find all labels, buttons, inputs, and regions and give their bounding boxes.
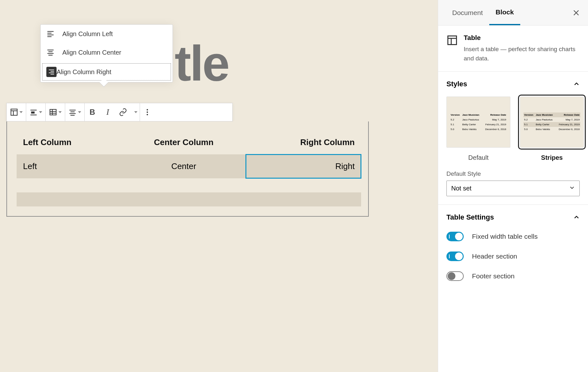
- section-title: Styles: [446, 80, 467, 88]
- caret-down-icon: [19, 111, 23, 113]
- svg-rect-22: [69, 110, 76, 110]
- style-preview-default: Version Jazz Musician Release Date 5.2Ja…: [446, 97, 510, 148]
- toggle-label: Footer section: [472, 272, 514, 280]
- svg-rect-16: [31, 112, 35, 114]
- table-row[interactable]: Left Center Right: [17, 154, 361, 178]
- toggle-fixed-width[interactable]: Fixed width table cells: [446, 232, 580, 241]
- toggle-switch[interactable]: [446, 232, 464, 241]
- tab-document[interactable]: Document: [446, 0, 489, 25]
- toggle-header-section[interactable]: Header section: [446, 252, 580, 261]
- svg-rect-25: [71, 115, 75, 116]
- align-column-left-option[interactable]: Align Column Left: [41, 25, 173, 43]
- align-column-center-option[interactable]: Align Column Center: [41, 43, 173, 62]
- block-description-section: Table Insert a table — perfect for shari…: [438, 26, 588, 72]
- more-options-button[interactable]: [140, 103, 155, 121]
- svg-rect-24: [69, 113, 76, 114]
- editor-canvas: title Align Column Left Align Column Cen…: [0, 0, 375, 372]
- block-description: Insert a table — perfect for sharing cha…: [464, 45, 580, 63]
- table-cell[interactable]: [246, 178, 361, 192]
- svg-rect-8: [49, 70, 54, 70]
- tab-block[interactable]: Block: [489, 0, 520, 25]
- table-row[interactable]: [17, 178, 361, 192]
- svg-rect-1: [47, 33, 51, 34]
- toggle-switch[interactable]: [446, 271, 464, 281]
- table-cell[interactable]: [17, 178, 122, 192]
- dropdown-item-label: Align Column Right: [57, 68, 111, 76]
- italic-button[interactable]: I: [100, 103, 115, 121]
- style-option-stripes[interactable]: Version Jazz Musician Release Date 5.2Ja…: [520, 97, 584, 161]
- caret-down-icon: [39, 111, 42, 113]
- styles-section-toggle[interactable]: Styles: [446, 80, 580, 88]
- svg-rect-2: [47, 35, 54, 35]
- style-preview-stripes: Version Jazz Musician Release Date 5.2Ja…: [520, 97, 584, 148]
- table-cell[interactable]: Right: [246, 154, 361, 178]
- default-style-label: Default Style: [446, 170, 580, 177]
- table-container: Left Column Center Column Right Column L…: [6, 121, 369, 217]
- svg-rect-23: [71, 112, 75, 112]
- table-block-icon: [446, 35, 458, 46]
- table-row[interactable]: [17, 192, 361, 206]
- chevron-up-icon: [573, 214, 580, 221]
- svg-rect-18: [50, 109, 56, 115]
- style-label: Default: [468, 154, 488, 161]
- table-cell[interactable]: Center: [122, 154, 246, 178]
- settings-sidebar: Document Block Table Insert a table — pe…: [438, 0, 588, 372]
- block-title: Table: [464, 34, 580, 42]
- style-option-default[interactable]: Version Jazz Musician Release Date 5.2Ja…: [446, 97, 510, 161]
- sidebar-tabs: Document Block: [438, 0, 588, 26]
- column-align-dropdown: Align Column Left Align Column Center Al…: [40, 24, 173, 82]
- svg-rect-31: [448, 36, 457, 45]
- table-cell[interactable]: [122, 192, 246, 206]
- block-toolbar: B I: [6, 103, 233, 121]
- svg-rect-15: [30, 110, 37, 110]
- svg-rect-4: [47, 50, 54, 50]
- block-type-button[interactable]: [7, 103, 26, 121]
- demo-table[interactable]: Left Column Center Column Right Column L…: [17, 130, 361, 206]
- styles-section: Styles Version Jazz Musician Release Dat…: [438, 72, 588, 205]
- svg-point-28: [147, 114, 148, 115]
- table-header-cell[interactable]: Left Column: [17, 130, 122, 154]
- toggle-label: Fixed width table cells: [472, 233, 538, 240]
- column-alignment-button[interactable]: [65, 103, 84, 121]
- chevron-down-icon: [569, 185, 575, 192]
- default-style-select[interactable]: Not set: [446, 181, 580, 196]
- caret-down-icon: [134, 111, 137, 113]
- caret-down-icon: [78, 111, 81, 113]
- svg-rect-12: [11, 109, 17, 115]
- table-cell[interactable]: [246, 192, 361, 206]
- table-header-cell[interactable]: Center Column: [122, 130, 246, 154]
- bold-button[interactable]: B: [85, 103, 100, 121]
- table-settings-section: Table Settings Fixed width table cells H…: [438, 205, 588, 289]
- more-formatting-button[interactable]: [131, 103, 140, 121]
- svg-rect-10: [49, 73, 54, 73]
- table-settings-toggle[interactable]: Table Settings: [446, 213, 580, 221]
- svg-rect-5: [49, 51, 53, 52]
- chevron-up-icon: [573, 81, 580, 87]
- table-header-row[interactable]: Left Column Center Column Right Column: [17, 130, 361, 154]
- caret-down-icon: [58, 111, 62, 113]
- table-cell[interactable]: Left: [17, 154, 122, 178]
- close-sidebar-button[interactable]: [573, 8, 580, 19]
- edit-table-button[interactable]: [46, 103, 65, 121]
- toggle-footer-section[interactable]: Footer section: [446, 271, 580, 281]
- link-button[interactable]: [115, 103, 131, 121]
- svg-rect-3: [47, 36, 51, 37]
- align-center-icon: [46, 48, 55, 57]
- svg-rect-7: [49, 55, 53, 56]
- table-header-cell[interactable]: Right Column: [246, 130, 361, 154]
- svg-rect-17: [30, 115, 37, 115]
- table-cell[interactable]: [17, 192, 122, 206]
- svg-point-26: [147, 109, 148, 110]
- block-align-button[interactable]: [26, 103, 45, 121]
- svg-rect-9: [50, 71, 54, 72]
- svg-rect-6: [47, 53, 54, 54]
- toggle-switch[interactable]: [446, 252, 464, 261]
- table-cell[interactable]: [122, 178, 246, 192]
- section-title: Table Settings: [446, 213, 494, 221]
- svg-rect-0: [47, 31, 54, 32]
- toggle-label: Header section: [472, 252, 517, 260]
- table-block[interactable]: B I Left Column Center Column: [6, 103, 369, 217]
- dropdown-item-label: Align Column Center: [62, 49, 121, 56]
- align-column-right-option[interactable]: Align Column Right: [41, 62, 173, 82]
- select-value: Not set: [451, 185, 471, 192]
